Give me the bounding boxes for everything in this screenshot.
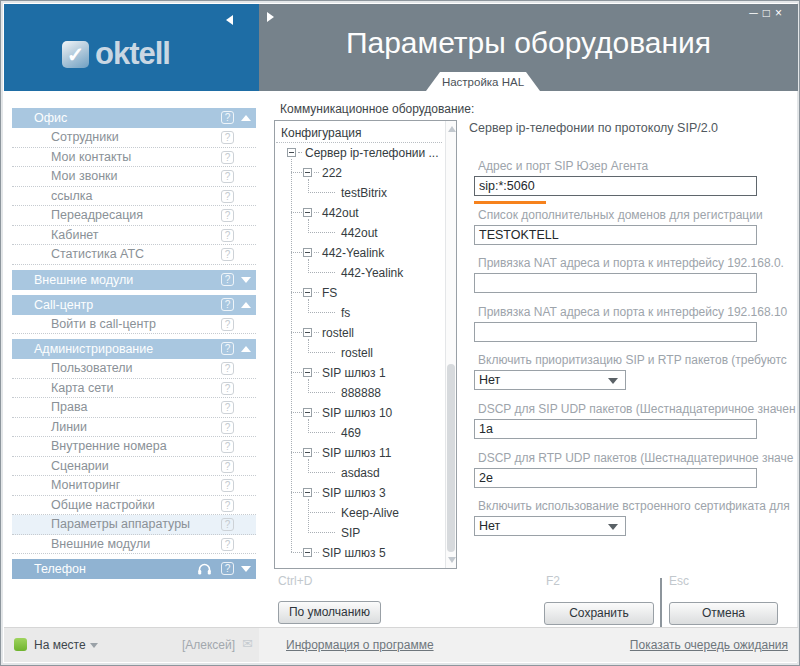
tree-node-label[interactable]: SIP шлюз 11 xyxy=(322,446,391,460)
form-select[interactable]: Нет xyxy=(474,516,626,536)
tree-node[interactable]: SIP шлюз 5 xyxy=(275,543,445,563)
maximize-button[interactable]: □ xyxy=(763,6,775,20)
save-button[interactable]: Сохранить xyxy=(544,602,654,625)
tree-collapse-icon[interactable] xyxy=(303,328,312,337)
help-icon[interactable]: ? xyxy=(221,190,234,203)
presence-status-icon[interactable] xyxy=(14,638,27,651)
tree-node[interactable]: SIP шлюз 11 xyxy=(275,443,445,463)
tree-node-label[interactable]: asdasd xyxy=(341,466,380,480)
close-button[interactable]: × xyxy=(775,6,787,20)
chevron-down-icon[interactable] xyxy=(241,277,251,283)
sidebar-section-header[interactable]: Офис? xyxy=(12,108,256,128)
tree-node-label[interactable]: 442-Yealink xyxy=(341,266,403,280)
sidebar-section-header[interactable]: Телефон? xyxy=(12,559,256,579)
sidebar-item[interactable]: Переадресация? xyxy=(12,206,256,226)
default-button[interactable]: По умолчанию xyxy=(278,601,381,624)
help-icon[interactable]: ? xyxy=(221,298,234,311)
show-queue-link[interactable]: Показать очередь ожидания xyxy=(630,638,788,652)
form-input[interactable]: 2e xyxy=(474,468,757,488)
sidebar-item[interactable]: Сценарии? xyxy=(12,457,256,477)
tree-node[interactable]: 442out xyxy=(275,203,445,223)
help-icon[interactable]: ? xyxy=(221,170,234,183)
tree-node[interactable]: rostell xyxy=(275,323,445,343)
tree-node[interactable]: 888888 xyxy=(275,383,445,403)
tree-node[interactable]: Сервер ip-телефонии ... xyxy=(275,143,445,163)
mail-icon[interactable]: ✉ xyxy=(242,636,253,651)
tree-node-label[interactable]: SIP шлюз 10 xyxy=(322,406,392,420)
tree-node[interactable]: rostell xyxy=(275,343,445,363)
tree-node-label[interactable]: SIP шлюз 1 xyxy=(322,366,386,380)
tree-node-label[interactable]: 888888 xyxy=(341,386,381,400)
tree-node[interactable]: fs xyxy=(275,303,445,323)
tree-collapse-icon[interactable] xyxy=(303,248,312,257)
tree-node[interactable]: SIP шлюз 10 xyxy=(275,403,445,423)
tree-node-label[interactable]: 442out xyxy=(341,226,378,240)
tree-node-label[interactable]: Сервер ip-телефонии ... xyxy=(305,146,439,160)
tree-node[interactable]: asdasd xyxy=(275,463,445,483)
chevron-down-icon[interactable] xyxy=(241,566,251,572)
tree-collapse-icon[interactable] xyxy=(303,368,312,377)
chevron-up-icon[interactable] xyxy=(241,346,251,352)
help-icon[interactable]: ? xyxy=(221,479,234,492)
presence-selector[interactable]: На месте xyxy=(34,638,86,652)
form-input[interactable]: sip:*:5060 xyxy=(474,176,757,196)
tree-node[interactable]: 442-Yealink xyxy=(275,243,445,263)
tree-node[interactable]: SIP шлюз 3 xyxy=(275,483,445,503)
help-icon[interactable]: ? xyxy=(221,342,234,355)
chevron-up-icon[interactable] xyxy=(241,302,251,308)
tree-node-label[interactable]: fs xyxy=(341,306,350,320)
expand-panel-icon[interactable] xyxy=(267,12,274,22)
sidebar-item[interactable]: Мои звонки? xyxy=(12,167,256,187)
tree-node-label[interactable]: 469 xyxy=(341,426,361,440)
help-icon[interactable]: ? xyxy=(221,499,234,512)
tree-node[interactable]: SIP xyxy=(275,523,445,543)
help-icon[interactable]: ? xyxy=(221,248,234,261)
tree-node[interactable]: FS xyxy=(275,283,445,303)
help-icon[interactable]: ? xyxy=(221,440,234,453)
sidebar-section-header[interactable]: Внешние модули? xyxy=(12,270,256,290)
tree-node-label[interactable]: FS xyxy=(322,286,337,300)
help-icon[interactable]: ? xyxy=(221,421,234,434)
tree-node[interactable]: SIP шлюз 1 xyxy=(275,363,445,383)
sidebar-item[interactable]: Сотрудники? xyxy=(12,128,256,148)
tree-collapse-icon[interactable] xyxy=(287,148,296,157)
sidebar-item[interactable]: Общие настройки? xyxy=(12,496,256,516)
tree-collapse-icon[interactable] xyxy=(303,448,312,457)
presence-dropdown-icon[interactable] xyxy=(90,643,98,652)
tree-node-label[interactable]: SIP шлюз 3 xyxy=(322,486,386,500)
help-icon[interactable]: ? xyxy=(221,151,234,164)
tree-node-label[interactable]: rostell xyxy=(341,346,373,360)
tree-node-label[interactable]: SIP xyxy=(341,526,360,540)
tree-node-label[interactable]: testBitrix xyxy=(341,186,387,200)
tree-node-label[interactable]: 442out xyxy=(322,206,359,220)
scroll-up-icon[interactable] xyxy=(448,126,456,132)
help-icon[interactable]: ? xyxy=(221,382,234,395)
chevron-down-icon[interactable] xyxy=(608,524,618,535)
collapse-sidebar-icon[interactable] xyxy=(226,15,233,25)
sidebar-item[interactable]: ссылка? xyxy=(12,187,256,207)
tree-node[interactable]: 442-Yealink xyxy=(275,263,445,283)
tree-node-label[interactable]: Конфигурация xyxy=(281,126,362,140)
scrollbar-thumb[interactable] xyxy=(447,364,455,552)
sidebar-item[interactable]: Параметры аппаратуры? xyxy=(12,515,256,535)
tree-node-label[interactable]: Keep-Alive xyxy=(341,506,399,520)
form-input[interactable] xyxy=(474,273,757,293)
sidebar-item[interactable]: Мои контакты? xyxy=(12,148,256,168)
help-icon[interactable]: ? xyxy=(221,229,234,242)
sidebar-item[interactable]: Войти в call-центр? xyxy=(12,315,256,335)
tree-node[interactable]: 222 xyxy=(275,163,445,183)
chevron-down-icon[interactable] xyxy=(608,378,618,389)
tree-collapse-icon[interactable] xyxy=(303,288,312,297)
sidebar-item[interactable]: Карта сети? xyxy=(12,379,256,399)
sidebar-item[interactable]: Мониторинг? xyxy=(12,476,256,496)
tree-node[interactable]: Конфигурация xyxy=(275,123,445,143)
cancel-button[interactable]: Отмена xyxy=(669,602,778,625)
tree-node[interactable]: Keep-Alive xyxy=(275,503,445,523)
sidebar-item[interactable]: Пользователи? xyxy=(12,359,256,379)
help-icon[interactable]: ? xyxy=(221,518,234,531)
scroll-down-icon[interactable] xyxy=(448,557,456,563)
sidebar-item[interactable]: Кабинет? xyxy=(12,226,256,246)
sidebar-item[interactable]: Права? xyxy=(12,398,256,418)
help-icon[interactable]: ? xyxy=(221,273,234,286)
tree-collapse-icon[interactable] xyxy=(303,488,312,497)
